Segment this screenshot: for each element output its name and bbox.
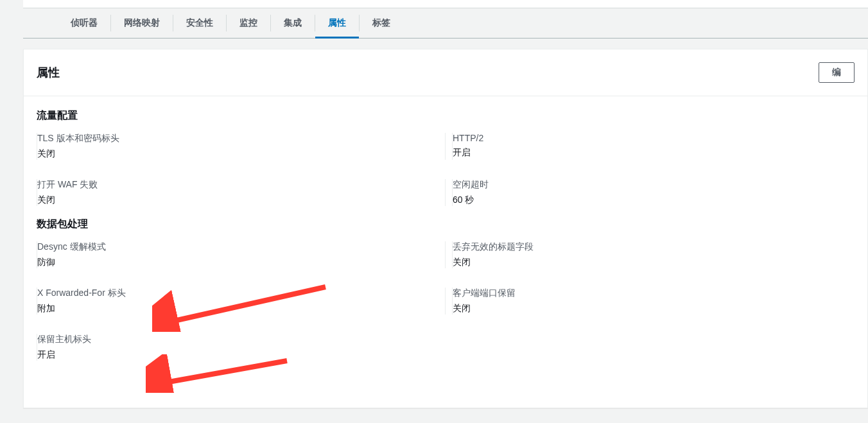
field-drop-invalid: 丢弃无效的标题字段 关闭: [452, 241, 855, 268]
tab-label: 侦听器: [71, 17, 98, 28]
tab-label: 属性: [328, 17, 346, 28]
field-x-forwarded-for: X Forwarded-For 标头 附加: [37, 288, 439, 315]
edit-button[interactable]: 编: [819, 62, 855, 83]
edit-button-label: 编: [832, 67, 841, 77]
field-value: 关闭: [37, 194, 439, 206]
packet-grid: Desync 缓解模式 防御 丢弃无效的标题字段 关闭 X Forwarded-…: [37, 241, 855, 361]
field-value: 60 秒: [453, 194, 855, 206]
field-value: 关闭: [453, 257, 855, 268]
tab-monitoring[interactable]: 监控: [227, 15, 271, 31]
tab-network-mapping[interactable]: 网络映射: [111, 15, 173, 31]
field-desync: Desync 缓解模式 防御: [37, 241, 439, 268]
field-value: 附加: [37, 303, 439, 315]
tab-label: 标签: [372, 17, 390, 28]
field-value: 开启: [453, 147, 855, 159]
panel-header: 属性 编: [24, 49, 867, 96]
field-label: 打开 WAF 失败: [37, 179, 439, 191]
field-label: TLS 版本和密码标头: [37, 133, 439, 144]
section-title-packet: 数据包处理: [37, 218, 855, 231]
tab-integration[interactable]: 集成: [271, 15, 315, 31]
tab-label: 网络映射: [124, 17, 160, 28]
field-idle-timeout: 空闲超时 60 秒: [452, 179, 855, 206]
field-value: 关闭: [453, 303, 855, 315]
top-bar: [23, 0, 868, 8]
field-http2: HTTP/2 开启: [452, 133, 855, 160]
field-tls: TLS 版本和密码标头 关闭: [37, 133, 439, 160]
tab-bar: 侦听器 网络映射 安全性 监控 集成 属性 标签: [23, 8, 868, 38]
field-waf-fail: 打开 WAF 失败 关闭: [37, 179, 439, 206]
tab-attributes[interactable]: 属性: [315, 15, 360, 31]
tab-label: 安全性: [186, 17, 213, 28]
field-label: HTTP/2: [453, 133, 855, 143]
field-value: 防御: [37, 257, 439, 268]
tab-label: 监控: [239, 17, 257, 28]
field-label: Desync 缓解模式: [37, 241, 439, 253]
attributes-panel: 属性 编 流量配置 TLS 版本和密码标头 关闭 HTTP/2 开启 打开 WA…: [23, 49, 868, 408]
tab-security[interactable]: 安全性: [173, 15, 227, 31]
panel-body: 流量配置 TLS 版本和密码标头 关闭 HTTP/2 开启 打开 WAF 失败 …: [24, 96, 867, 385]
tab-label: 集成: [284, 17, 302, 28]
section-title-traffic: 流量配置: [37, 109, 855, 123]
traffic-grid: TLS 版本和密码标头 关闭 HTTP/2 开启 打开 WAF 失败 关闭 空闲…: [37, 133, 855, 206]
panel-title: 属性: [37, 65, 60, 80]
field-value: 开启: [37, 349, 439, 361]
field-client-port: 客户端端口保留 关闭: [452, 288, 855, 315]
field-preserve-host: 保留主机标头 开启: [37, 334, 439, 361]
field-label: X Forwarded-For 标头: [37, 288, 439, 299]
field-label: 丢弃无效的标题字段: [453, 241, 855, 253]
tab-tags[interactable]: 标签: [360, 15, 403, 31]
field-label: 客户端端口保留: [453, 288, 855, 299]
field-label: 空闲超时: [453, 179, 855, 191]
tab-listeners[interactable]: 侦听器: [58, 15, 111, 31]
field-value: 关闭: [37, 148, 439, 160]
field-label: 保留主机标头: [37, 334, 439, 345]
